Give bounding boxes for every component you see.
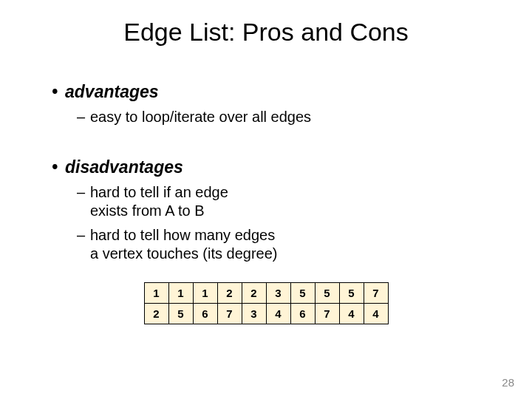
cell: 3 bbox=[242, 304, 266, 324]
advantages-item: –easy to loop/iterate over all edges bbox=[52, 108, 480, 126]
cell: 1 bbox=[168, 283, 193, 304]
slide: Edge List: Pros and Cons •advantages –ea… bbox=[0, 0, 532, 399]
slide-content: •advantages –easy to loop/iterate over a… bbox=[0, 54, 532, 324]
edge-list-table: 1 1 1 2 2 3 5 5 5 7 2 5 6 7 3 4 bbox=[144, 282, 389, 324]
advantages-heading: •advantages bbox=[52, 82, 480, 102]
table-row: 1 1 1 2 2 3 5 5 5 7 bbox=[144, 283, 388, 304]
cell: 2 bbox=[144, 304, 168, 324]
disadvantages-item: –hard to tell how many edges a vertex to… bbox=[52, 226, 480, 263]
disadvantages-item-text: hard to tell if an edge exists from A to… bbox=[90, 183, 228, 220]
cell: 1 bbox=[144, 283, 168, 304]
cell: 6 bbox=[290, 304, 315, 324]
cell: 5 bbox=[290, 283, 315, 304]
dash-icon: – bbox=[77, 226, 90, 245]
cell: 5 bbox=[315, 283, 339, 304]
dash-icon: – bbox=[77, 183, 90, 202]
cell: 7 bbox=[315, 304, 339, 324]
bullet-icon: • bbox=[52, 157, 65, 177]
page-number: 28 bbox=[502, 376, 514, 389]
table-row: 2 5 6 7 3 4 6 7 4 4 bbox=[144, 304, 388, 324]
disadvantages-item: –hard to tell if an edge exists from A t… bbox=[52, 183, 480, 220]
cell: 3 bbox=[266, 283, 290, 304]
cell: 7 bbox=[364, 283, 388, 304]
dash-icon: – bbox=[77, 108, 90, 126]
disadvantages-item-text: hard to tell how many edges a vertex tou… bbox=[90, 226, 277, 263]
slide-title: Edge List: Pros and Cons bbox=[0, 0, 532, 54]
cell: 1 bbox=[193, 283, 217, 304]
cell: 2 bbox=[242, 283, 266, 304]
advantages-label: advantages bbox=[65, 82, 159, 101]
cell: 4 bbox=[364, 304, 388, 324]
advantages-item-text: easy to loop/iterate over all edges bbox=[90, 108, 311, 126]
cell: 4 bbox=[339, 304, 364, 324]
cell: 5 bbox=[168, 304, 193, 324]
cell: 2 bbox=[217, 283, 242, 304]
cell: 6 bbox=[193, 304, 217, 324]
disadvantages-heading: •disadvantages bbox=[52, 157, 480, 177]
disadvantages-label: disadvantages bbox=[65, 157, 183, 177]
bullet-icon: • bbox=[52, 82, 65, 102]
edge-table-wrap: 1 1 1 2 2 3 5 5 5 7 2 5 6 7 3 4 bbox=[52, 282, 480, 324]
cell: 7 bbox=[217, 304, 242, 324]
spacer bbox=[52, 126, 480, 144]
cell: 4 bbox=[266, 304, 290, 324]
cell: 5 bbox=[339, 283, 364, 304]
